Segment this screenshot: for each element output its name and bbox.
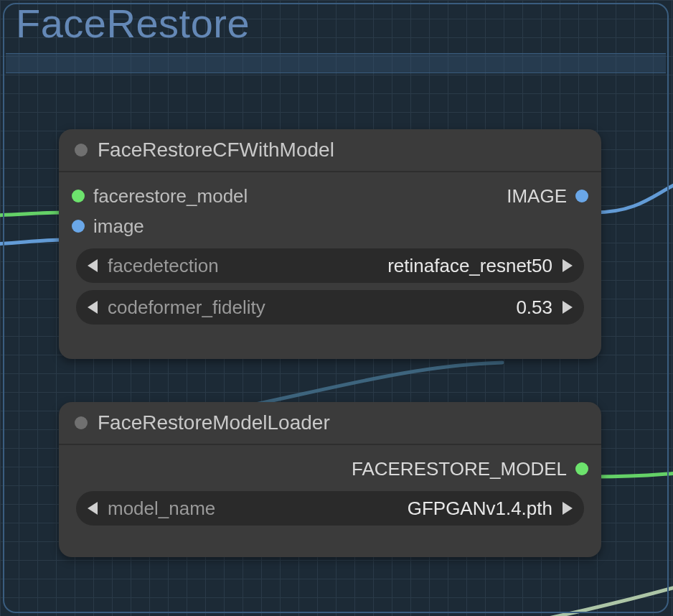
widget-model-name[interactable]: model_name GFPGANv1.4.pth — [76, 491, 584, 526]
widget-name: codeformer_fidelity — [108, 297, 265, 319]
chevron-left-icon[interactable] — [88, 502, 98, 515]
widget-value: retinaface_resnet50 — [387, 255, 552, 277]
node-facerestore-cf-with-model[interactable]: FaceRestoreCFWithModel facerestore_model… — [59, 129, 601, 359]
widget-name: model_name — [108, 498, 215, 520]
node-title: FaceRestoreCFWithModel — [98, 139, 334, 162]
chevron-right-icon[interactable] — [563, 502, 573, 515]
chevron-left-icon[interactable] — [88, 259, 98, 272]
node-header[interactable]: FaceRestoreModelLoader — [59, 402, 601, 445]
chevron-right-icon[interactable] — [563, 301, 573, 314]
output-port-facerestore-model[interactable] — [575, 462, 588, 475]
output-label: FACERESTORE_MODEL — [352, 458, 567, 480]
node-facerestore-model-loader[interactable]: FaceRestoreModelLoader FACERESTORE_MODEL… — [59, 402, 601, 557]
input-port-image[interactable] — [72, 220, 85, 233]
input-label: image — [93, 215, 144, 238]
node-header[interactable]: FaceRestoreCFWithModel — [59, 129, 601, 172]
collapse-toggle-icon[interactable] — [75, 416, 88, 429]
output-port-image[interactable] — [575, 190, 588, 202]
node-body: FACERESTORE_MODEL model_name GFPGANv1.4.… — [59, 445, 601, 538]
chevron-left-icon[interactable] — [88, 301, 98, 314]
group-titlebar[interactable] — [6, 53, 666, 73]
chevron-right-icon[interactable] — [563, 259, 573, 272]
group-title: FaceRestore — [16, 0, 250, 47]
input-label: facerestore_model — [93, 185, 248, 207]
node-title: FaceRestoreModelLoader — [98, 411, 330, 434]
widget-value: GFPGANv1.4.pth — [408, 498, 552, 520]
collapse-toggle-icon[interactable] — [75, 144, 88, 157]
node-graph-canvas[interactable]: FaceRestore FaceRestoreCFWithModel facer… — [0, 0, 673, 616]
node-body: facerestore_model IMAGE image facedetect… — [59, 172, 601, 337]
input-port-facerestore-model[interactable] — [72, 190, 85, 202]
widget-facedetection[interactable]: facedetection retinaface_resnet50 — [76, 248, 584, 283]
widget-name: facedetection — [108, 255, 219, 277]
output-label: IMAGE — [507, 185, 567, 207]
widget-codeformer-fidelity[interactable]: codeformer_fidelity 0.53 — [76, 290, 584, 325]
widget-value: 0.53 — [516, 297, 552, 319]
